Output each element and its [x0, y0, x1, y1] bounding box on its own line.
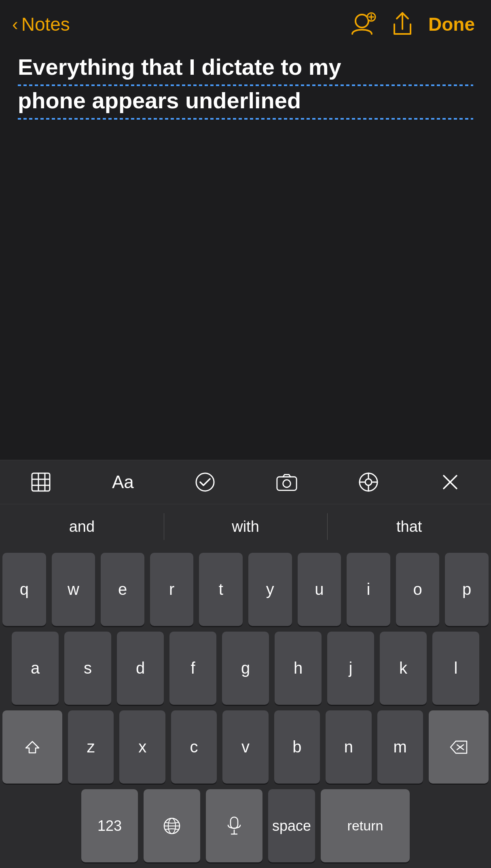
checklist-button[interactable] — [195, 472, 216, 493]
key-p[interactable]: p — [445, 553, 489, 626]
key-row-2: a s d f g h j k l — [2, 632, 489, 705]
svg-rect-10 — [277, 477, 296, 490]
globe-key[interactable] — [144, 789, 200, 862]
return-key[interactable]: return — [321, 789, 410, 862]
microphone-key[interactable] — [206, 789, 262, 862]
autocorrect-item-2[interactable]: that — [327, 504, 491, 549]
key-row-4: 123 space return — [2, 789, 489, 862]
key-c[interactable]: c — [171, 710, 217, 784]
key-x[interactable]: x — [119, 710, 165, 784]
key-o[interactable]: o — [396, 553, 440, 626]
header: ‹ Notes Done — [0, 0, 491, 44]
camera-button[interactable] — [276, 472, 297, 493]
key-b[interactable]: b — [274, 710, 320, 784]
format-button[interactable]: Aa — [112, 472, 134, 492]
header-right: Done — [349, 11, 475, 37]
key-h[interactable]: h — [275, 632, 322, 705]
key-m[interactable]: m — [377, 710, 423, 784]
svg-point-13 — [365, 479, 372, 485]
autocorrect-item-0[interactable]: and — [0, 504, 164, 549]
back-button[interactable]: ‹ — [12, 15, 18, 33]
key-s[interactable]: s — [64, 632, 111, 705]
markup-button[interactable] — [358, 472, 379, 493]
shift-key[interactable] — [2, 710, 62, 784]
keyboard: q w e r t y u i o p a s d f g h j k l z … — [0, 549, 491, 868]
add-collaborator-button[interactable] — [349, 12, 377, 36]
table-button[interactable] — [30, 472, 51, 493]
key-w[interactable]: w — [52, 553, 95, 626]
back-label[interactable]: Notes — [21, 13, 70, 35]
key-i[interactable]: i — [347, 553, 390, 626]
done-button[interactable]: Done — [428, 13, 475, 35]
key-e[interactable]: e — [101, 553, 144, 626]
svg-point-0 — [356, 15, 368, 27]
note-area[interactable]: Everything that I dictate to my phone ap… — [0, 44, 491, 504]
key-l[interactable]: l — [432, 632, 479, 705]
svg-point-11 — [283, 480, 291, 487]
header-left: ‹ Notes — [12, 13, 70, 35]
note-text: Everything that I dictate to my phone ap… — [18, 53, 473, 120]
numbers-key[interactable]: 123 — [81, 789, 138, 862]
backspace-key[interactable] — [429, 710, 489, 784]
key-row-3: z x c v b n m — [2, 710, 489, 784]
key-v[interactable]: v — [222, 710, 268, 784]
key-g[interactable]: g — [222, 632, 269, 705]
svg-point-9 — [196, 473, 214, 491]
share-button[interactable] — [391, 11, 414, 37]
key-y[interactable]: y — [248, 553, 292, 626]
note-line-1: Everything that I dictate to my — [18, 53, 473, 86]
space-key[interactable]: space — [268, 789, 315, 862]
key-k[interactable]: k — [380, 632, 427, 705]
format-label: Aa — [112, 472, 134, 492]
key-t[interactable]: t — [199, 553, 243, 626]
svg-rect-25 — [231, 817, 238, 828]
key-u[interactable]: u — [298, 553, 341, 626]
formatting-toolbar: Aa — [0, 460, 491, 504]
key-r[interactable]: r — [150, 553, 194, 626]
close-toolbar-button[interactable] — [440, 472, 461, 493]
note-line-2: phone appears underlined — [18, 86, 473, 120]
key-d[interactable]: d — [117, 632, 164, 705]
autocorrect-bar: and with that — [0, 504, 491, 549]
key-z[interactable]: z — [68, 710, 114, 784]
autocorrect-item-1[interactable]: with — [164, 504, 328, 549]
key-q[interactable]: q — [2, 553, 46, 626]
key-f[interactable]: f — [169, 632, 216, 705]
key-a[interactable]: a — [12, 632, 59, 705]
svg-rect-4 — [32, 473, 50, 491]
key-j[interactable]: j — [327, 632, 374, 705]
key-row-1: q w e r t y u i o p — [2, 553, 489, 626]
key-n[interactable]: n — [326, 710, 371, 784]
